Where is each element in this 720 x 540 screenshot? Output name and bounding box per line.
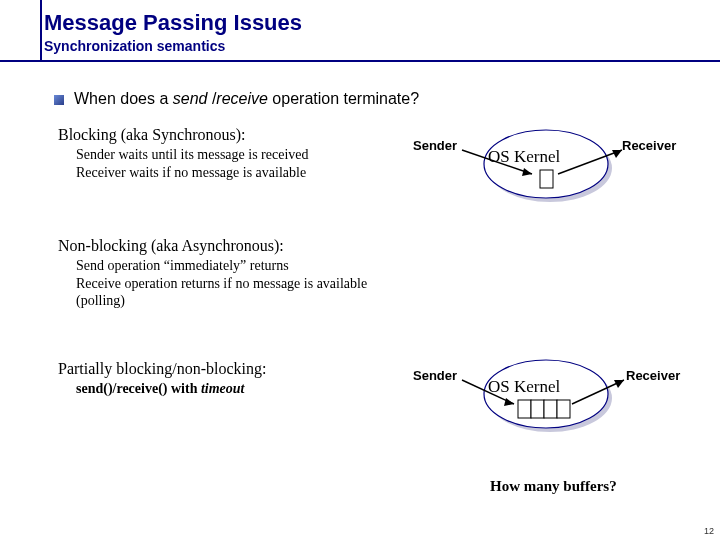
sender-label: Sender bbox=[413, 368, 457, 383]
header-rule bbox=[0, 60, 720, 62]
kernel-diagram-2 bbox=[470, 358, 630, 458]
receiver-label: Receiver bbox=[626, 368, 680, 383]
slide-title: Message Passing Issues bbox=[44, 10, 720, 36]
section-head: Non-blocking (aka Asynchronous): bbox=[58, 237, 700, 255]
text-em: receive bbox=[216, 90, 268, 107]
kernel-label: OS Kernel bbox=[488, 147, 560, 167]
how-many-buffers: How many buffers? bbox=[490, 478, 617, 495]
section-body: Send operation “immediately” returns Rec… bbox=[76, 257, 406, 310]
page-number: 12 bbox=[704, 526, 714, 536]
diamond-bullet-icon bbox=[54, 95, 64, 105]
code-text: send()/receive() with bbox=[76, 381, 201, 396]
text: When does a bbox=[74, 90, 173, 107]
section-body: send()/receive() with timeout bbox=[76, 380, 406, 398]
header-vertical-rule bbox=[40, 0, 42, 62]
question-text: When does a send /receive operation term… bbox=[74, 90, 419, 108]
text-em: send bbox=[173, 90, 208, 107]
svg-marker-6 bbox=[612, 150, 622, 158]
section-nonblocking: Non-blocking (aka Asynchronous): Send op… bbox=[58, 237, 700, 310]
text: / bbox=[207, 90, 216, 107]
text: operation terminate? bbox=[268, 90, 419, 107]
svg-rect-11 bbox=[544, 400, 557, 418]
text: Send operation “immediately” returns bbox=[76, 257, 406, 275]
text: Receiver waits if no message is availabl… bbox=[76, 164, 406, 182]
slide: Message Passing Issues Synchronization s… bbox=[0, 0, 720, 540]
text: Receive operation returns if no message … bbox=[76, 275, 406, 310]
bullet-item: When does a send /receive operation term… bbox=[54, 90, 700, 108]
kernel-diagram-1 bbox=[470, 128, 630, 228]
slide-subtitle: Synchronization semantics bbox=[44, 38, 720, 54]
sender-label: Sender bbox=[413, 138, 457, 153]
header: Message Passing Issues Synchronization s… bbox=[0, 0, 720, 54]
receiver-label: Receiver bbox=[622, 138, 676, 153]
svg-rect-10 bbox=[531, 400, 544, 418]
code-text-em: timeout bbox=[201, 381, 245, 396]
kernel-label: OS Kernel bbox=[488, 377, 560, 397]
text: Sender waits until its message is receiv… bbox=[76, 146, 406, 164]
svg-rect-12 bbox=[557, 400, 570, 418]
svg-rect-2 bbox=[540, 170, 553, 188]
svg-rect-9 bbox=[518, 400, 531, 418]
section-body: Sender waits until its message is receiv… bbox=[76, 146, 406, 181]
